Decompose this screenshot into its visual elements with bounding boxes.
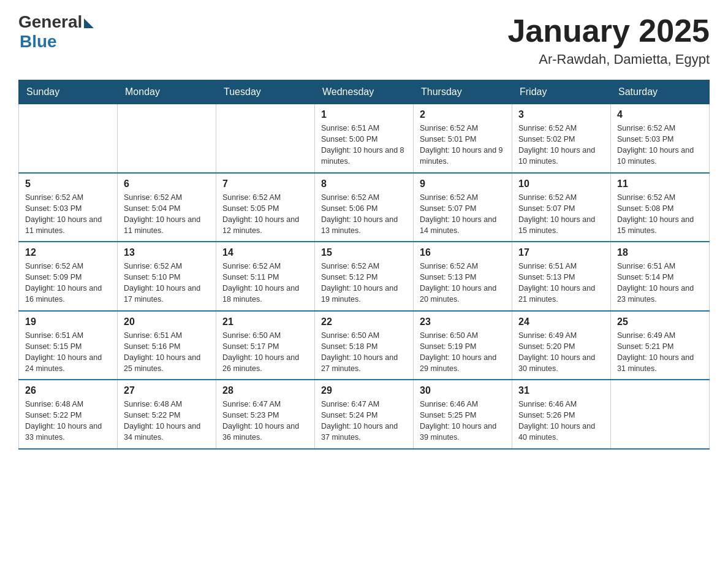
calendar-cell: 15Sunrise: 6:52 AM Sunset: 5:12 PM Dayli… (315, 242, 414, 311)
day-info: Sunrise: 6:52 AM Sunset: 5:01 PM Dayligh… (420, 123, 506, 167)
calendar-cell: 8Sunrise: 6:52 AM Sunset: 5:06 PM Daylig… (315, 173, 414, 242)
day-header-wednesday: Wednesday (315, 80, 414, 104)
day-info: Sunrise: 6:46 AM Sunset: 5:25 PM Dayligh… (420, 399, 506, 443)
calendar-cell: 10Sunrise: 6:52 AM Sunset: 5:07 PM Dayli… (512, 173, 611, 242)
calendar-week-2: 5Sunrise: 6:52 AM Sunset: 5:03 PM Daylig… (19, 173, 710, 242)
logo: General Blue (18, 12, 94, 52)
day-info: Sunrise: 6:50 AM Sunset: 5:19 PM Dayligh… (420, 330, 506, 375)
calendar-cell (118, 104, 216, 173)
calendar-week-5: 26Sunrise: 6:48 AM Sunset: 5:22 PM Dayli… (19, 380, 710, 449)
day-header-thursday: Thursday (414, 80, 512, 104)
day-info: Sunrise: 6:52 AM Sunset: 5:05 PM Dayligh… (222, 192, 308, 237)
day-number: 12 (25, 247, 111, 258)
day-number: 6 (124, 178, 210, 190)
day-info: Sunrise: 6:51 AM Sunset: 5:13 PM Dayligh… (518, 261, 604, 305)
calendar-cell: 7Sunrise: 6:52 AM Sunset: 5:05 PM Daylig… (216, 173, 315, 242)
day-number: 10 (518, 178, 604, 190)
day-number: 30 (420, 385, 506, 396)
day-info: Sunrise: 6:47 AM Sunset: 5:24 PM Dayligh… (321, 399, 407, 443)
day-number: 18 (617, 247, 703, 258)
logo-general-text: General (18, 12, 82, 32)
day-number: 19 (25, 316, 111, 327)
calendar-cell (611, 380, 710, 449)
calendar-cell: 11Sunrise: 6:52 AM Sunset: 5:08 PM Dayli… (611, 173, 710, 242)
day-header-saturday: Saturday (611, 80, 710, 104)
calendar-cell: 30Sunrise: 6:46 AM Sunset: 5:25 PM Dayli… (414, 380, 512, 449)
calendar-cell: 24Sunrise: 6:49 AM Sunset: 5:20 PM Dayli… (512, 311, 611, 380)
day-number: 31 (518, 385, 604, 396)
calendar-cell: 17Sunrise: 6:51 AM Sunset: 5:13 PM Dayli… (512, 242, 611, 311)
day-number: 14 (222, 247, 308, 258)
calendar-cell: 23Sunrise: 6:50 AM Sunset: 5:19 PM Dayli… (414, 311, 512, 380)
calendar-body: 1Sunrise: 6:51 AM Sunset: 5:00 PM Daylig… (19, 104, 710, 449)
calendar-week-3: 12Sunrise: 6:52 AM Sunset: 5:09 PM Dayli… (19, 242, 710, 311)
day-info: Sunrise: 6:52 AM Sunset: 5:10 PM Dayligh… (124, 261, 210, 305)
day-info: Sunrise: 6:50 AM Sunset: 5:18 PM Dayligh… (321, 330, 407, 375)
day-info: Sunrise: 6:52 AM Sunset: 5:11 PM Dayligh… (222, 261, 308, 305)
calendar-cell: 26Sunrise: 6:48 AM Sunset: 5:22 PM Dayli… (19, 380, 118, 449)
calendar-cell: 16Sunrise: 6:52 AM Sunset: 5:13 PM Dayli… (414, 242, 512, 311)
day-header-sunday: Sunday (19, 80, 118, 104)
day-number: 9 (420, 178, 506, 190)
calendar-cell: 4Sunrise: 6:52 AM Sunset: 5:03 PM Daylig… (611, 104, 710, 173)
calendar-cell: 25Sunrise: 6:49 AM Sunset: 5:21 PM Dayli… (611, 311, 710, 380)
day-info: Sunrise: 6:52 AM Sunset: 5:09 PM Dayligh… (25, 261, 111, 305)
calendar-cell: 2Sunrise: 6:52 AM Sunset: 5:01 PM Daylig… (414, 104, 512, 173)
day-info: Sunrise: 6:48 AM Sunset: 5:22 PM Dayligh… (124, 399, 210, 443)
calendar-cell: 20Sunrise: 6:51 AM Sunset: 5:16 PM Dayli… (118, 311, 216, 380)
day-number: 7 (222, 178, 308, 190)
day-number: 23 (420, 316, 506, 327)
day-info: Sunrise: 6:52 AM Sunset: 5:13 PM Dayligh… (420, 261, 506, 305)
day-info: Sunrise: 6:52 AM Sunset: 5:08 PM Dayligh… (617, 192, 703, 237)
calendar-cell: 3Sunrise: 6:52 AM Sunset: 5:02 PM Daylig… (512, 104, 611, 173)
day-info: Sunrise: 6:48 AM Sunset: 5:22 PM Dayligh… (25, 399, 111, 443)
day-info: Sunrise: 6:52 AM Sunset: 5:03 PM Dayligh… (25, 192, 111, 237)
day-info: Sunrise: 6:49 AM Sunset: 5:21 PM Dayligh… (617, 330, 703, 375)
calendar-cell: 28Sunrise: 6:47 AM Sunset: 5:23 PM Dayli… (216, 380, 315, 449)
day-header-friday: Friday (512, 80, 611, 104)
main-title: January 2025 (507, 12, 710, 49)
location-subtitle: Ar-Rawdah, Damietta, Egypt (507, 52, 710, 67)
day-header-tuesday: Tuesday (216, 80, 315, 104)
day-number: 25 (617, 316, 703, 327)
day-info: Sunrise: 6:52 AM Sunset: 5:04 PM Dayligh… (124, 192, 210, 237)
day-number: 13 (124, 247, 210, 258)
title-area: January 2025 Ar-Rawdah, Damietta, Egypt (507, 12, 710, 67)
calendar-cell: 9Sunrise: 6:52 AM Sunset: 5:07 PM Daylig… (414, 173, 512, 242)
day-info: Sunrise: 6:47 AM Sunset: 5:23 PM Dayligh… (222, 399, 308, 443)
day-info: Sunrise: 6:51 AM Sunset: 5:00 PM Dayligh… (321, 123, 407, 167)
day-number: 16 (420, 247, 506, 258)
calendar-cell: 5Sunrise: 6:52 AM Sunset: 5:03 PM Daylig… (19, 173, 118, 242)
page-header: General Blue January 2025 Ar-Rawdah, Dam… (18, 12, 710, 67)
day-info: Sunrise: 6:52 AM Sunset: 5:12 PM Dayligh… (321, 261, 407, 305)
day-number: 2 (420, 109, 506, 120)
calendar-week-4: 19Sunrise: 6:51 AM Sunset: 5:15 PM Dayli… (19, 311, 710, 380)
day-info: Sunrise: 6:49 AM Sunset: 5:20 PM Dayligh… (518, 330, 604, 375)
calendar-cell (216, 104, 315, 173)
day-number: 11 (617, 178, 703, 190)
day-info: Sunrise: 6:52 AM Sunset: 5:07 PM Dayligh… (420, 192, 506, 237)
calendar-cell: 19Sunrise: 6:51 AM Sunset: 5:15 PM Dayli… (19, 311, 118, 380)
day-number: 4 (617, 109, 703, 120)
day-number: 26 (25, 385, 111, 396)
day-info: Sunrise: 6:52 AM Sunset: 5:07 PM Dayligh… (518, 192, 604, 237)
calendar-cell: 13Sunrise: 6:52 AM Sunset: 5:10 PM Dayli… (118, 242, 216, 311)
day-header-monday: Monday (118, 80, 216, 104)
day-info: Sunrise: 6:52 AM Sunset: 5:03 PM Dayligh… (617, 123, 703, 167)
day-number: 22 (321, 316, 407, 327)
logo-blue-text: Blue (20, 32, 57, 52)
calendar-cell: 12Sunrise: 6:52 AM Sunset: 5:09 PM Dayli… (19, 242, 118, 311)
day-number: 17 (518, 247, 604, 258)
day-number: 1 (321, 109, 407, 120)
calendar-cell (19, 104, 118, 173)
day-info: Sunrise: 6:46 AM Sunset: 5:26 PM Dayligh… (518, 399, 604, 443)
logo-triangle-icon (84, 18, 94, 28)
calendar-cell: 6Sunrise: 6:52 AM Sunset: 5:04 PM Daylig… (118, 173, 216, 242)
day-number: 29 (321, 385, 407, 396)
calendar-cell: 21Sunrise: 6:50 AM Sunset: 5:17 PM Dayli… (216, 311, 315, 380)
day-number: 3 (518, 109, 604, 120)
calendar-cell: 29Sunrise: 6:47 AM Sunset: 5:24 PM Dayli… (315, 380, 414, 449)
day-info: Sunrise: 6:50 AM Sunset: 5:17 PM Dayligh… (222, 330, 308, 375)
day-number: 24 (518, 316, 604, 327)
calendar-cell: 1Sunrise: 6:51 AM Sunset: 5:00 PM Daylig… (315, 104, 414, 173)
